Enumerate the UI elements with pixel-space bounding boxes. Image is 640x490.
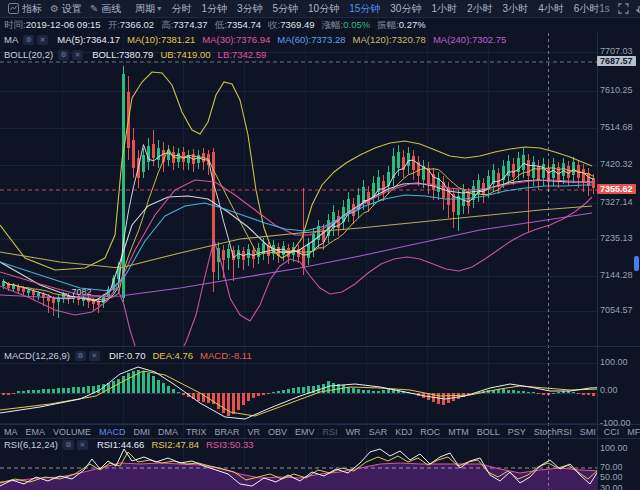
- macd-bar: [452, 393, 455, 401]
- axis-scroll-pill[interactable]: [634, 256, 639, 271]
- indicator-tab-PSY[interactable]: PSY: [508, 427, 526, 437]
- candle-body: [222, 250, 225, 260]
- boll-legend-row: BOLL(20,2)⚙✕BOLL:7380.79UB:7419.00LB:734…: [4, 49, 273, 60]
- legend-value: MA(5):7364.17: [57, 34, 120, 45]
- legend-close-icon[interactable]: ✕: [72, 50, 83, 60]
- macd-bar: [517, 391, 520, 393]
- tool-settings[interactable]: ⚙设置: [50, 2, 82, 16]
- tool-indicator[interactable]: 指标: [8, 2, 42, 16]
- legend-close-icon[interactable]: ✕: [37, 35, 48, 45]
- indicator-tab-OBV[interactable]: OBV: [268, 427, 287, 437]
- timeframe-6小时[interactable]: 6小时: [574, 2, 600, 16]
- indicator-tab-BOLL[interactable]: BOLL: [477, 427, 500, 437]
- macd-bar: [12, 393, 15, 394]
- indicator-tab-StochRSI[interactable]: StochRSI: [534, 427, 572, 437]
- top-toolbar: 指标⚙设置✎画线 周期 ▾ 分时1分钟3分钟5分钟10分钟15分钟30分钟1小时…: [0, 0, 640, 18]
- ma-legend-row: MA⚙✕MA(5):7364.17MA(10):7381.21MA(30):73…: [4, 34, 513, 45]
- price-axis-label: 7235.13: [600, 233, 633, 243]
- legend-settings-icon[interactable]: ⚙: [58, 50, 69, 60]
- line-MA240: [0, 213, 592, 298]
- macd-legend-row: MACD(12,26,9)⚙✕DIF:0.70DEA:4.76MACD:-8.1…: [4, 350, 259, 361]
- macd-bar: [357, 389, 360, 393]
- indicator-tab-TRIX[interactable]: TRIX: [186, 427, 207, 437]
- macd-bar: [372, 391, 375, 393]
- timeframe-30分钟[interactable]: 30分钟: [390, 2, 421, 16]
- timeframe-4小时[interactable]: 4小时: [538, 2, 564, 16]
- legend-title: MACD(12,26,9): [4, 350, 70, 361]
- indicator-tab-EMA[interactable]: EMA: [26, 427, 46, 437]
- timeframe-1小时[interactable]: 1小时: [431, 2, 457, 16]
- timeframe-3分钟[interactable]: 3分钟: [237, 2, 263, 16]
- indicator-tab-EMV[interactable]: EMV: [295, 427, 315, 437]
- indicator-tab-VOLUME[interactable]: VOLUME: [53, 427, 91, 437]
- indicator-tab-CCI[interactable]: CCI: [604, 427, 620, 437]
- price-axis-label: 7514.68: [600, 122, 633, 132]
- macd-bar: [502, 389, 505, 393]
- rsi-axis-label: 50.00: [600, 472, 623, 482]
- indicator-tab-MTM[interactable]: MTM: [448, 427, 469, 437]
- macd-axis-label: 100.00: [600, 357, 628, 367]
- indicator-tab-DMI[interactable]: DMI: [134, 427, 151, 437]
- main-chart-svg[interactable]: [0, 0, 640, 490]
- info-label: 高:: [161, 19, 173, 30]
- indicator-tab-SMI[interactable]: SMI: [580, 427, 596, 437]
- macd-bar: [382, 390, 385, 393]
- candle-body: [12, 285, 15, 289]
- indicator-tab-KDJ[interactable]: KDJ: [395, 427, 412, 437]
- indicator-tab-MA[interactable]: MA: [4, 427, 18, 437]
- legend-title: MA: [4, 34, 18, 45]
- legend-close-icon[interactable]: ✕: [89, 351, 100, 361]
- info-item: 振幅:0.27%: [377, 19, 426, 32]
- legend-close-icon[interactable]: ✕: [77, 440, 88, 450]
- macd-bar: [277, 391, 280, 393]
- macd-bar: [197, 393, 200, 401]
- macd-bar: [387, 389, 390, 393]
- candle-body: [512, 164, 515, 177]
- macd-bar: [262, 393, 265, 395]
- timeframe-3小时[interactable]: 3小时: [503, 2, 529, 16]
- period-dropdown[interactable]: 周期 ▾: [135, 2, 161, 16]
- legend-settings-icon[interactable]: ⚙: [75, 351, 86, 361]
- candle-body: [497, 173, 500, 186]
- price-axis-label: 7687.57: [597, 56, 636, 66]
- indicator-tab-BRAR[interactable]: BRAR: [215, 427, 240, 437]
- fullscreen-icon[interactable]: [618, 3, 629, 14]
- info-value: 7366.02: [120, 19, 154, 30]
- macd-bar: [162, 383, 165, 393]
- macd-bar: [252, 393, 255, 398]
- tool-draw[interactable]: ✎画线: [90, 2, 121, 16]
- indicator-tab-MACD[interactable]: MACD: [99, 427, 126, 437]
- macd-bar: [232, 393, 235, 414]
- macd-bar: [172, 389, 175, 393]
- timeframe-15分钟[interactable]: 15分钟: [349, 2, 380, 16]
- speed-label[interactable]: 1s: [599, 3, 610, 14]
- timeframe-2小时[interactable]: 2小时: [467, 2, 493, 16]
- restore-window-icon[interactable]: [636, 3, 640, 14]
- indicator-tab-RSI[interactable]: RSI: [323, 427, 338, 437]
- settings-icon: ⚙: [50, 3, 59, 14]
- timeframe-10分钟[interactable]: 10分钟: [308, 2, 339, 16]
- overlay-lines-layer: [0, 72, 594, 372]
- legend-settings-icon[interactable]: ⚙: [23, 35, 34, 45]
- indicator-tab-ROC[interactable]: ROC: [420, 427, 440, 437]
- indicator-tab-DMA[interactable]: DMA: [158, 427, 178, 437]
- indicator-tab-SAR[interactable]: SAR: [369, 427, 388, 437]
- candle-body: [142, 155, 145, 172]
- macd-bar: [182, 393, 185, 395]
- legend-value: MACD:-8.11: [200, 350, 252, 361]
- indicator-tab-MFI[interactable]: MFI: [627, 427, 640, 437]
- macd-bar: [167, 386, 170, 393]
- legend-value: MA(120):7320.78: [352, 34, 425, 45]
- info-label: 低:: [215, 19, 227, 30]
- indicator-tab-VR[interactable]: VR: [248, 427, 261, 437]
- macd-bar: [377, 391, 380, 393]
- legend-settings-icon[interactable]: ⚙: [63, 440, 74, 450]
- timeframe-5分钟[interactable]: 5分钟: [273, 2, 299, 16]
- candle-body: [532, 162, 535, 178]
- timeframe-1分钟[interactable]: 1分钟: [201, 2, 227, 16]
- timeframe-分时[interactable]: 分时: [171, 2, 191, 16]
- indicator-tab-WR[interactable]: WR: [346, 427, 361, 437]
- candle-body: [537, 166, 540, 180]
- candle-body: [362, 187, 365, 202]
- macd-bar: [27, 390, 30, 393]
